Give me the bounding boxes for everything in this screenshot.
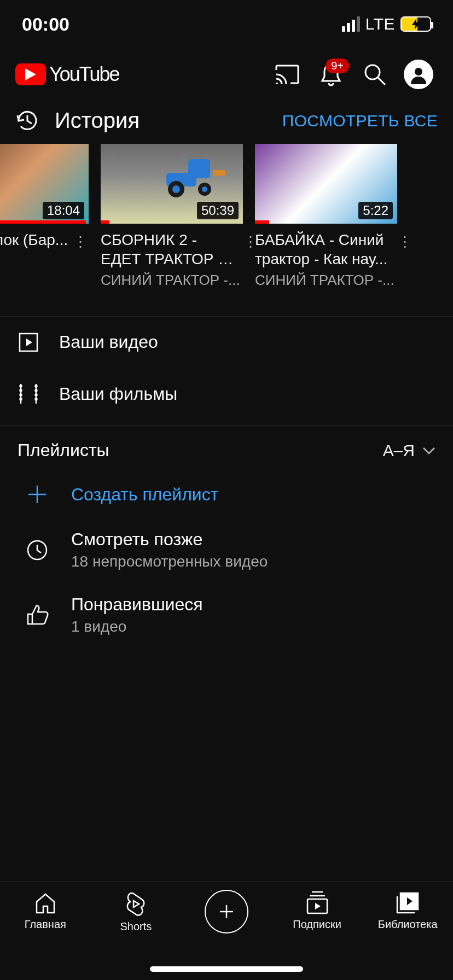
subscriptions-icon (304, 891, 330, 915)
plus-icon (26, 483, 48, 505)
svg-point-15 (20, 390, 22, 392)
video-menu-button[interactable]: ⋮ (72, 230, 89, 253)
svg-line-2 (378, 78, 385, 85)
svg-point-19 (36, 390, 37, 392)
svg-point-0 (276, 83, 278, 84)
network-type: LTE (365, 15, 395, 33)
clock-icon (26, 539, 48, 561)
home-indicator[interactable] (0, 958, 453, 980)
svg-point-1 (365, 65, 380, 79)
svg-point-20 (36, 394, 37, 396)
video-channel: СИНИЙ ТРАКТОР -... (255, 272, 394, 289)
create-playlist-label: Создать плейлист (71, 485, 218, 505)
video-channel: СИНИЙ ТРАКТОР -... (101, 272, 240, 289)
nav-library[interactable]: Библиотека (367, 891, 449, 931)
watch-progress (0, 220, 86, 224)
video-title: ) - 10 елок (Бар... (0, 230, 69, 249)
video-thumbnail: 5:22 (255, 144, 397, 224)
status-right: LTE (342, 15, 431, 33)
youtube-logo[interactable]: YouTube (15, 63, 119, 86)
film-icon (19, 383, 38, 405)
shorts-icon (124, 891, 148, 917)
app-header: YouTube 9+ (0, 48, 453, 101)
nav-home[interactable]: Главная (4, 891, 86, 931)
status-time: 00:00 (22, 14, 69, 35)
youtube-wordmark: YouTube (49, 63, 119, 86)
svg-point-3 (415, 68, 422, 75)
create-icon (205, 890, 248, 934)
video-title: БАБАЙКА - Синий трактор - Как нау... (255, 230, 394, 269)
your-movies-row[interactable]: Ваши фильмы (0, 368, 453, 420)
svg-point-14 (20, 386, 22, 387)
thumbs-up-icon (26, 604, 49, 626)
video-duration: 18:04 (43, 202, 84, 219)
sort-label: А–Я (383, 441, 415, 460)
svg-point-18 (36, 386, 37, 387)
your-movies-label: Ваши фильмы (59, 384, 177, 404)
watch-later-row[interactable]: Смотреть позже 18 непросмотренных видео (0, 517, 453, 582)
chevron-down-icon (422, 447, 435, 454)
watch-progress (101, 220, 109, 224)
liked-label: Понравившиеся (71, 594, 203, 615)
battery-icon (400, 16, 431, 32)
nav-subscriptions[interactable]: Подписки (276, 891, 358, 931)
history-section-header[interactable]: История ПОСМОТРЕТЬ ВСЕ (0, 101, 453, 144)
video-duration: 5:22 (358, 202, 393, 219)
history-icon (15, 109, 39, 133)
svg-point-16 (20, 394, 22, 396)
cast-button[interactable] (268, 55, 306, 94)
playlists-title: Плейлисты (18, 440, 109, 460)
video-thumbnail: 18:04 (0, 144, 89, 224)
play-box-icon (19, 332, 38, 352)
liked-sub: 1 видео (71, 618, 203, 635)
watch-later-sub: 18 непросмотренных видео (71, 553, 268, 570)
playlists-header: Плейлисты А–Я (0, 426, 453, 471)
video-title: СБОРНИК 2 - ЕДЕТ ТРАКТОР 50 мин... (101, 230, 240, 269)
nav-shorts[interactable]: Shorts (95, 891, 177, 933)
svg-point-9 (202, 186, 207, 192)
bottom-nav: Главная Shorts Подписки Библиотека (0, 882, 453, 958)
notifications-button[interactable]: 9+ (312, 55, 350, 94)
search-button[interactable] (356, 55, 394, 94)
notification-badge: 9+ (326, 59, 349, 73)
svg-point-17 (20, 399, 22, 400)
avatar-icon (404, 60, 433, 89)
youtube-play-icon (15, 63, 46, 85)
svg-rect-10 (213, 170, 225, 176)
svg-point-21 (36, 399, 37, 400)
library-icon (395, 891, 420, 915)
liked-videos-row[interactable]: Понравившиеся 1 видео (0, 582, 453, 648)
create-playlist-row[interactable]: Создать плейлист (0, 471, 453, 517)
account-button[interactable] (399, 55, 438, 94)
cellular-signal-icon (342, 16, 360, 32)
nav-create[interactable] (185, 891, 268, 934)
status-bar: 00:00 LTE (0, 0, 453, 48)
home-icon (33, 891, 57, 915)
search-icon (363, 63, 386, 86)
watch-progress (255, 220, 269, 224)
history-view-all[interactable]: ПОСМОТРЕТЬ ВСЕ (282, 112, 438, 130)
video-menu-button[interactable]: ⋮ (398, 230, 412, 289)
history-title: История (55, 108, 267, 133)
watch-later-label: Смотреть позже (71, 529, 268, 550)
video-thumbnail: 50:39 (101, 144, 243, 224)
history-card[interactable]: 50:39 СБОРНИК 2 - ЕДЕТ ТРАКТОР 50 мин...… (101, 144, 243, 289)
history-carousel[interactable]: 18:04 ) - 10 елок (Бар... ⋮ 50:39 СБОРНИ… (0, 144, 453, 289)
svg-point-7 (172, 185, 180, 193)
playlists-sort-button[interactable]: А–Я (383, 441, 435, 460)
your-videos-row[interactable]: Ваши видео (0, 317, 453, 368)
your-videos-label: Ваши видео (59, 332, 158, 352)
history-card[interactable]: 5:22 БАБАЙКА - Синий трактор - Как нау..… (255, 144, 397, 289)
cast-icon (275, 65, 299, 84)
video-duration: 50:39 (197, 202, 239, 219)
history-card[interactable]: 18:04 ) - 10 елок (Бар... ⋮ (0, 144, 89, 289)
